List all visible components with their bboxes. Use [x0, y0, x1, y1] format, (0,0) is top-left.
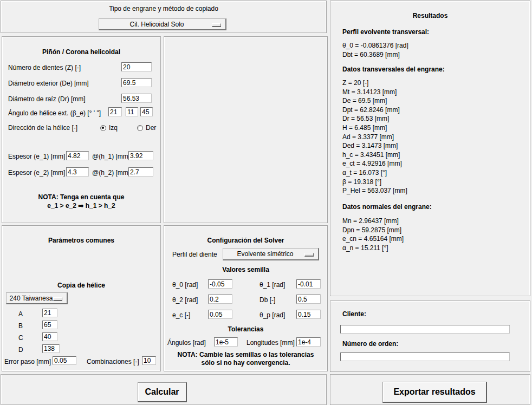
param-d-input[interactable] — [42, 344, 60, 353]
altura-h2-input[interactable] — [128, 167, 153, 177]
espesor-e2-input[interactable] — [66, 167, 89, 177]
solver-title: Configuración del Solver — [164, 237, 327, 244]
diam-raiz-label: Diámetro de raíz (Dr) [mm] — [8, 95, 86, 103]
espesor-e1-label: Espesor (e_1) [mm] — [8, 153, 65, 160]
radio-izq-label[interactable]: Izq — [109, 124, 118, 132]
result-line: e_cn = 4.65164 [mm] — [342, 234, 404, 244]
valores-semilla-title: Valores semilla — [164, 266, 327, 273]
radio-der-label[interactable]: Der — [146, 124, 156, 132]
param-c-input[interactable] — [42, 332, 57, 341]
error-paso-label: Error paso [mm] — [4, 358, 51, 365]
direccion-helice-label: Dirección de la hélice [-] — [8, 124, 77, 132]
result-line: α_n = 15.211 [°] — [342, 244, 404, 253]
angulo-grados-input[interactable] — [108, 107, 122, 116]
tipo-engrane-title: Tipo de engrane y método de copiado — [1, 5, 326, 12]
result-line: β = 19.318 [°] — [342, 178, 407, 187]
result-line: h_c = 3.43451 [mm] — [342, 151, 407, 160]
solver-nota-line1: NOTA: Cambie las semillas o las toleranc… — [164, 351, 327, 358]
tol-longitudes-label: Longitudes [mm] — [246, 339, 295, 347]
param-a-input[interactable] — [42, 309, 57, 317]
perfil-diente-label: Perfil del diente — [172, 251, 217, 258]
result-line: α_t = 16.073 [°] — [342, 168, 407, 178]
result-line: Dpn = 59.2875 [mm] — [342, 226, 404, 235]
seed-theta1-label: θ_1 [rad] — [259, 281, 285, 289]
perfil-evolvente-lines: θ_0 = -0.0861376 [rad] Dbt = 60.3689 [mm… — [342, 41, 408, 59]
calcular-button[interactable]: Calcular — [138, 382, 187, 402]
panel-pinon-corona: Piñón / Corona helicoidal Número de dien… — [2, 36, 161, 223]
result-line: H = 6.485 [mm] — [342, 123, 407, 133]
seed-thetap-label: θ_p [rad] — [259, 311, 285, 319]
seed-db-label: Db [-] — [259, 296, 275, 304]
espesor-e2-label: Espesor (e_2) [mm] — [8, 169, 65, 177]
radio-der[interactable] — [137, 125, 143, 131]
panel-resultados: Resultados Perfil evolvente transversal:… — [330, 1, 530, 296]
num-dientes-input[interactable] — [121, 62, 152, 71]
param-a-label: A — [18, 310, 23, 318]
angulo-segundos-input[interactable] — [140, 107, 153, 116]
diam-exterior-input[interactable] — [121, 78, 152, 87]
angulo-helice-label: Ángulo de hélice ext. (β_e) [° ' "] — [8, 109, 101, 117]
cliente-label: Cliente: — [342, 310, 366, 318]
result-line: Mt = 3.14123 [mm] — [342, 88, 407, 97]
parametros-title: Parámetros comunes — [2, 237, 160, 244]
tol-angulos-label: Ángulos [rad] — [167, 339, 206, 347]
panel-footer-left: Calcular — [1, 374, 327, 405]
dropdown-indicator-icon — [212, 23, 221, 27]
panel-preview-empty — [164, 36, 328, 223]
param-b-label: B — [18, 322, 23, 330]
tol-angulos-input[interactable] — [214, 337, 238, 347]
diam-raiz-input[interactable] — [121, 94, 152, 103]
pinon-nota-line1: NOTA: Tenga en cuenta que — [2, 193, 160, 201]
result-line: Ded = 3.1473 [mm] — [342, 141, 407, 151]
pinon-title: Piñón / Corona helicoidal — [2, 48, 160, 56]
seed-theta0-input[interactable] — [208, 279, 232, 289]
result-line: Dbt = 60.3689 [mm] — [342, 50, 408, 60]
combinaciones-input[interactable] — [142, 356, 156, 365]
dropdown-indicator-icon — [304, 253, 314, 257]
result-line: Mn = 2.96437 [mm] — [342, 217, 404, 226]
combinaciones-label: Combinaciones [-] — [87, 358, 139, 365]
panel-parametros-comunes: Parámetros comunes Copia de hélice 240 T… — [2, 225, 161, 371]
param-b-input[interactable] — [42, 321, 57, 329]
result-line: θ_0 = -0.0861376 [rad] — [342, 41, 408, 50]
panel-tipo-engrane: Tipo de engrane y método de copiado Cil.… — [1, 1, 327, 33]
result-line: Dpt = 62.8246 [mm] — [342, 106, 407, 115]
copia-helice-title: Copia de hélice — [2, 282, 160, 289]
seed-db-input[interactable] — [296, 295, 321, 304]
param-c-label: C — [18, 334, 23, 342]
exportar-resultados-button[interactable]: Exportar resultados — [382, 382, 487, 403]
panel-solver: Configuración del Solver Perfil del dien… — [164, 225, 328, 371]
espesor-e1-input[interactable] — [66, 151, 89, 160]
seed-theta2-label: θ_2 [rad] — [172, 296, 198, 304]
seed-thetap-input[interactable] — [296, 310, 321, 319]
panel-footer-right: Exportar resultados — [330, 374, 530, 405]
num-dientes-label: Número de dientes (Z) [-] — [8, 64, 81, 71]
solver-nota-line2: sólo si no hay convergencia. — [164, 359, 327, 367]
radio-izq[interactable] — [100, 125, 106, 131]
numero-orden-label: Número de orden: — [342, 340, 398, 348]
seed-theta2-input[interactable] — [208, 295, 232, 304]
seed-ec-label: e_c [-] — [172, 311, 190, 319]
cliente-input[interactable] — [340, 325, 510, 334]
altura-h1-input[interactable] — [128, 151, 153, 160]
result-line: Dr = 56.53 [mm] — [342, 114, 407, 123]
numero-orden-input[interactable] — [340, 352, 510, 361]
gear-calculator-window: Tipo de engrane y método de copiado Cil.… — [0, 0, 532, 405]
tipo-engrane-dropdown[interactable]: Cil. Helicoidal Solo — [99, 18, 226, 30]
result-line: De = 69.5 [mm] — [342, 96, 407, 106]
seed-theta1-input[interactable] — [296, 279, 321, 289]
panel-orden: Cliente: Número de orden: — [330, 301, 530, 372]
result-line: e_ct = 4.92916 [mm] — [342, 159, 407, 168]
datos-normales-section-title: Datos normales del engrane: — [342, 203, 432, 211]
datos-normales-lines: Mn = 2.96437 [mm] Dpn = 59.2875 [mm] e_c… — [342, 217, 404, 252]
tol-longitudes-input[interactable] — [296, 337, 321, 347]
pinon-nota-line2: e_1 > e_2 ⇒ h_1 > h_2 — [2, 202, 160, 210]
copia-helice-dropdown[interactable]: 240 Taiwanesa — [6, 292, 68, 304]
seed-ec-input[interactable] — [208, 310, 232, 319]
perfil-diente-dropdown[interactable]: Evolvente simétrico — [223, 248, 319, 260]
resultados-title: Resultados — [330, 12, 530, 19]
tolerancias-title: Tolerancias — [164, 325, 327, 333]
result-line: Ad = 3.3377 [mm] — [342, 133, 407, 142]
angulo-minutos-input[interactable] — [126, 107, 138, 116]
error-paso-input[interactable] — [53, 356, 76, 365]
